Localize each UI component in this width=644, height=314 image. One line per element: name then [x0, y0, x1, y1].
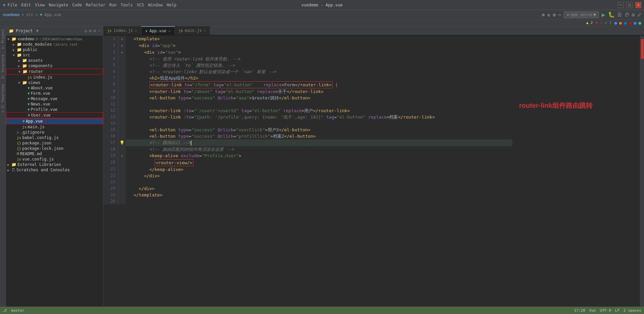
item-label: package-lock.json	[22, 146, 63, 151]
menu-navigate[interactable]: Navigate	[49, 3, 68, 7]
tree-locate-icon[interactable]: ◎	[85, 29, 87, 33]
vue-browser-icon[interactable]: ●	[639, 20, 641, 26]
line-number: 16	[103, 133, 118, 139]
tab-main-js[interactable]: js main.js ✕	[175, 26, 211, 35]
fold-icon[interactable]: ▼	[121, 37, 123, 41]
tree-settings-icon[interactable]: ⚙	[94, 29, 96, 33]
fold-icon[interactable]: ▼	[121, 44, 123, 48]
menu-file[interactable]: File	[7, 3, 17, 7]
menu-run[interactable]: Run	[109, 3, 117, 7]
tree-item-readme[interactable]: M README.md	[6, 151, 103, 156]
tree-item-mainjs[interactable]: js main.js	[6, 124, 103, 130]
line-number: 21	[103, 166, 118, 173]
dropdown-icon[interactable]: ▼	[36, 29, 39, 33]
tree-item-profile[interactable]: ▼ Profile.vue	[6, 107, 103, 112]
line-number: 10	[103, 95, 118, 101]
menu-view[interactable]: View	[35, 3, 45, 7]
maximize-button[interactable]: □	[627, 2, 633, 8]
fold-icon[interactable]: ▼	[121, 51, 123, 54]
minimize-button[interactable]: ─	[618, 2, 624, 8]
tree-item-news[interactable]: ▼ News.vue	[6, 101, 103, 107]
gutter: 💡	[118, 139, 126, 146]
path-badge: D:\IDEA\WebStormWorkSpa	[36, 37, 82, 41]
menu-window[interactable]: Window	[148, 3, 163, 7]
z-project-label[interactable]: 1: Project	[0, 26, 5, 52]
right-scrollbar[interactable]	[640, 36, 644, 307]
item-label: About.vue	[31, 86, 53, 90]
tree-item-extlibs[interactable]: ▶ 📁 External Libraries	[6, 162, 103, 167]
z-favorites-label[interactable]: ★ Z: Favorites	[0, 81, 5, 117]
tree-item-packagelock[interactable]: {} package-lock.json	[6, 146, 103, 151]
profile-icon[interactable]: ⏱	[625, 12, 629, 17]
code-content	[126, 198, 512, 205]
edge-icon[interactable]: ●	[624, 20, 627, 26]
vue-icon: ▼	[28, 91, 30, 96]
settings-icon[interactable]: ⚙	[553, 12, 556, 17]
expand-icon[interactable]: ⤢	[637, 12, 641, 17]
tree-item-gitignore[interactable]: ⎅ .gitignore	[6, 130, 103, 135]
debug-icon[interactable]: 🐛	[608, 11, 615, 18]
tab-close-btn[interactable]: ✕	[168, 29, 170, 33]
tree-item-appvue[interactable]: ▼ App.vue ←	[6, 118, 103, 124]
arrow-annotation: ←	[44, 119, 46, 124]
menu-refactor[interactable]: Refactor	[86, 3, 105, 7]
run-icon[interactable]: ▶	[602, 11, 605, 18]
menu-code[interactable]: Code	[72, 3, 82, 7]
tree-item-form[interactable]: ▼ Form.vue	[6, 91, 103, 96]
tree-item-assets[interactable]: ▶ 📁 assets	[6, 58, 103, 63]
menu-help[interactable]: Help	[167, 3, 177, 7]
coverage-icon[interactable]: ☵	[617, 12, 622, 17]
tree-item-about[interactable]: ▼ About.vue	[6, 85, 103, 91]
tree-item-node-modules[interactable]: ▶ 📁 node_modules library root	[6, 42, 103, 47]
layout-icon[interactable]: ⊡	[632, 12, 635, 17]
folder-icon: 📁	[17, 42, 22, 47]
firefox-icon[interactable]: ●	[619, 20, 622, 26]
tree-item-components[interactable]: ▶ 📁 components	[6, 63, 103, 69]
table-row: 6 <!-- <router-link> 默认会被渲染成一个 `<a>` 标签 …	[103, 69, 512, 75]
folder-icon: 📁	[11, 162, 16, 167]
line-number: 11	[103, 101, 118, 107]
code-editor[interactable]: 1 ▼ <template> 2 ▼ <div id="app">	[103, 36, 512, 307]
tree-item-router[interactable]: ▼ 📁 router	[6, 69, 103, 75]
tab-close-btn[interactable]: ✕	[135, 29, 137, 33]
z-structure-label[interactable]: Z: Structure	[0, 52, 5, 81]
sync-icon[interactable]: ⊕	[542, 12, 545, 17]
tree-item-vuedemo[interactable]: ▼ 📁 vuedemo D:\IDEA\WebStormWorkSpa	[6, 36, 103, 42]
table-row: 9 <router-link to="/about" tag="el-butto…	[103, 88, 512, 95]
tree-item-message[interactable]: ▼ Message.vue	[6, 96, 103, 101]
tree-item-public[interactable]: ▶ 📁 public	[6, 47, 103, 52]
tree-collapse-icon[interactable]: ⊟	[89, 29, 91, 33]
arrow-icon: ▶	[13, 43, 17, 46]
tree-item-scratches[interactable]: ▶ 🗒 Scratches and Consoles	[6, 167, 103, 173]
split-icon[interactable]: ⇅	[547, 12, 550, 17]
bulb-icon[interactable]: 💡	[120, 140, 125, 145]
line-number: 12	[103, 107, 118, 114]
tab-app-vue[interactable]: ▼ App.vue ✕	[141, 26, 175, 35]
line-number: 2	[103, 42, 118, 49]
code-content: <el-button type="success" @click="aaa">$…	[126, 95, 512, 101]
close-button[interactable]: ✕	[635, 2, 641, 8]
tree-item-babel[interactable]: js babel.config.js	[6, 135, 103, 140]
fold-icon[interactable]: ▼	[121, 154, 123, 158]
tree-item-package[interactable]: {} package.json	[6, 140, 103, 146]
vue-icon: ▼	[28, 107, 30, 112]
tree-item-src[interactable]: ▼ 📁 src	[6, 52, 103, 58]
menu-edit[interactable]: Edit	[21, 3, 31, 7]
tree-item-user[interactable]: ▼ User.vue	[6, 112, 103, 118]
tree-item-views[interactable]: ▼ 📁 views	[6, 80, 103, 85]
npm-serve-btn[interactable]: ◆ npm serve ▼	[564, 11, 599, 18]
tree-item-router-index[interactable]: js index.js	[6, 75, 103, 80]
chrome-icon[interactable]: ●	[614, 20, 617, 26]
table-row: 15 <el-button type="success" @click="use…	[103, 127, 512, 133]
menu-vcs[interactable]: VCS	[137, 3, 144, 7]
tab-index-js[interactable]: js index.js ✕	[103, 26, 141, 35]
tab-close-btn[interactable]: ✕	[204, 29, 206, 33]
close-panel-icon[interactable]: ─	[558, 12, 561, 17]
gutter	[118, 62, 126, 69]
ie-icon[interactable]: ●	[634, 20, 636, 26]
tree-item-vueconfig[interactable]: js vue.config.js	[6, 156, 103, 162]
menu-tools[interactable]: Tools	[121, 3, 133, 7]
tree-close-icon[interactable]: ─	[98, 29, 100, 33]
table-row: 13 <router-link :to="{path: '/profile',q…	[103, 114, 512, 120]
opera-icon[interactable]: ●	[629, 20, 632, 26]
